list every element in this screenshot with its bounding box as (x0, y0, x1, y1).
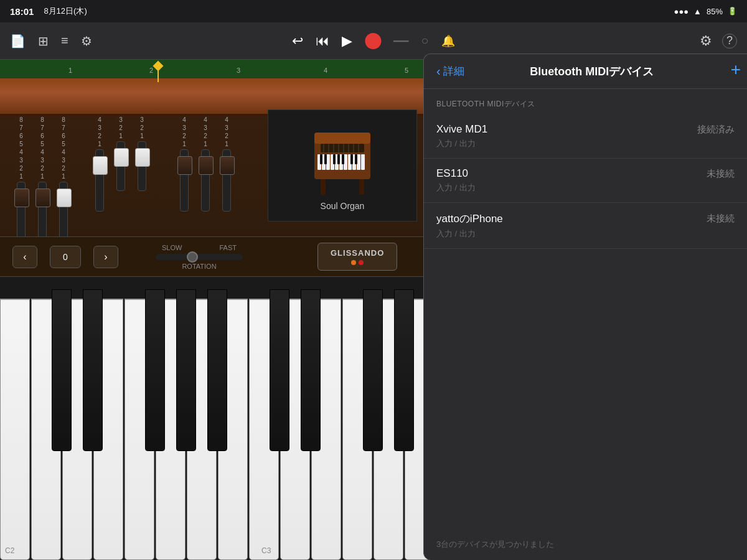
undo-button[interactable]: ↩ (292, 33, 303, 49)
add-button[interactable]: + (731, 60, 741, 80)
rotation-label: ROTATION (182, 263, 216, 270)
bt-device-item-1[interactable]: ES110 未接続 入力 / 出力 (424, 159, 747, 203)
black-key-0-3[interactable] (83, 289, 103, 451)
bt-device-status-2: 未接続 (707, 213, 735, 225)
battery-level: 85% (707, 7, 723, 16)
svg-rect-15 (320, 154, 322, 164)
bluetooth-midi-panel: ‹ 詳細 Bluetooth MIDIデバイス BLUETOOTH MIDIデバ… (423, 54, 747, 560)
metronome-icon[interactable]: 🔔 (441, 34, 455, 48)
black-key-0-8[interactable] (176, 289, 197, 451)
chevron-left-icon: ‹ (436, 64, 441, 78)
black-key-1-3[interactable] (301, 289, 321, 451)
rewind-button[interactable]: ⏮ (316, 33, 329, 49)
status-time: 18:01 (10, 6, 34, 17)
ruler-mark-5: 5 (405, 60, 408, 78)
rotation-slider[interactable] (156, 254, 243, 260)
key-label-c3: C3 (261, 546, 271, 555)
bt-back-label: 詳細 (443, 64, 464, 78)
play-button[interactable]: ▶ (342, 33, 352, 49)
black-key-1-1[interactable] (270, 289, 290, 451)
instrument-name: Soul Organ (321, 201, 365, 211)
next-preset-button[interactable]: › (93, 246, 118, 268)
circle-icon: ○ (421, 34, 428, 48)
bt-back-button[interactable]: ‹ 詳細 (436, 64, 464, 78)
record-button[interactable] (365, 33, 381, 49)
help-icon[interactable]: ? (722, 34, 737, 49)
black-key-1-6[interactable] (363, 289, 383, 451)
bt-header: ‹ 詳細 Bluetooth MIDIデバイス (424, 54, 747, 89)
ruler-mark-1: 1 (68, 60, 72, 78)
instrument-image (311, 120, 374, 195)
svg-rect-0 (321, 179, 326, 195)
black-key-0-6[interactable] (145, 289, 166, 451)
bt-device-name-2: yattoのiPhone (436, 212, 503, 226)
bt-device-name-1: ES110 (436, 167, 468, 180)
mixer-icon[interactable]: ≡ (61, 34, 68, 48)
eq-icon[interactable]: ⚙ (81, 34, 92, 49)
bt-device-item-2[interactable]: yattoのiPhone 未接続 入力 / 出力 (424, 203, 747, 249)
slow-label: SLOW (162, 244, 182, 251)
new-file-icon[interactable]: 📄 (10, 34, 26, 49)
svg-rect-3 (314, 133, 370, 144)
svg-rect-14 (361, 154, 365, 170)
wifi-icon: ●●● (674, 7, 689, 16)
glissando-label: GLISSANDO (331, 248, 384, 258)
playhead[interactable] (154, 60, 162, 82)
settings-icon[interactable]: ⚙ (700, 33, 712, 49)
svg-rect-22 (321, 144, 364, 152)
glissando-button[interactable]: GLISSANDO (317, 243, 397, 271)
bt-device-list: Xvive MD1 接続済み 入力 / 出力 ES110 未接続 入力 / 出力… (424, 114, 747, 529)
ruler-mark-3: 3 (237, 60, 240, 78)
battery-icon: 🔋 (728, 7, 737, 16)
rotation-control: SLOW FAST ROTATION (156, 244, 243, 270)
dot-red (359, 260, 364, 265)
ruler-mark-4: 4 (324, 60, 327, 78)
black-key-0-1[interactable] (52, 289, 72, 451)
bt-device-io-0: 入力 / 出力 (436, 138, 735, 149)
bt-title: Bluetooth MIDIデバイス (474, 64, 710, 79)
track-view-icon[interactable]: ⊞ (38, 34, 49, 49)
glissando-dots (351, 260, 364, 265)
status-date: 8月12日(木) (44, 6, 87, 17)
fast-label: FAST (219, 244, 237, 251)
preset-number: 0 (50, 246, 81, 268)
wifi-signal: ▲ (693, 7, 702, 16)
svg-rect-18 (337, 154, 340, 164)
svg-rect-16 (324, 154, 327, 164)
white-key-0[interactable] (0, 299, 30, 560)
bt-footer: 3台のデバイスが見つかりました (424, 529, 747, 560)
key-label-c2: C2 (5, 546, 14, 555)
rotation-knob[interactable] (187, 251, 198, 263)
bt-device-io-2: 入力 / 出力 (436, 228, 735, 240)
prev-preset-button[interactable]: ‹ (12, 246, 37, 268)
black-key-1-8[interactable] (394, 289, 415, 451)
bt-section-header: BLUETOOTH MIDIデバイス (424, 89, 747, 114)
bt-device-name-0: Xvive MD1 (436, 123, 487, 136)
svg-rect-17 (333, 154, 336, 164)
instrument-panel[interactable]: Soul Organ (268, 110, 417, 222)
status-bar: 18:01 8月12日(木) ●●● ▲ 85% 🔋 (0, 0, 747, 22)
svg-rect-19 (342, 154, 344, 164)
volume-icon: ━━━ (393, 36, 408, 46)
bt-device-io-1: 入力 / 出力 (436, 182, 735, 194)
black-key-0-10[interactable] (207, 289, 228, 451)
svg-rect-20 (350, 154, 353, 164)
organ-svg (311, 120, 374, 195)
dot-orange (351, 260, 356, 265)
bt-device-item-0[interactable]: Xvive MD1 接続済み 入力 / 出力 (424, 114, 747, 159)
bt-device-status-0: 接続済み (697, 124, 735, 136)
bt-device-status-1: 未接続 (707, 168, 735, 180)
svg-rect-1 (359, 179, 364, 195)
svg-rect-21 (355, 154, 357, 164)
ruler-mark-2: 2 (149, 60, 153, 78)
